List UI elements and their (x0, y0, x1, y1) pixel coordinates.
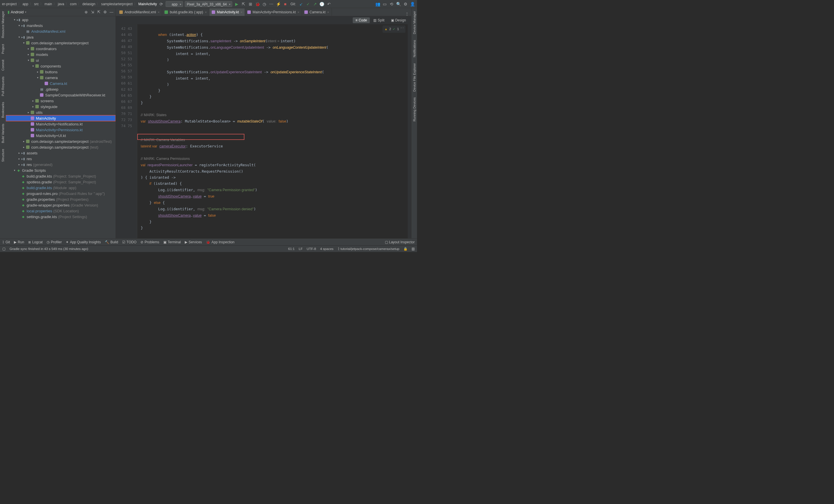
collapse-icon[interactable]: ⇲ (90, 10, 95, 15)
bottom-tool-tab[interactable]: 🐞App Inspection (206, 240, 234, 244)
disclosure-icon[interactable]: ▸ (31, 100, 35, 102)
tool-window-tab[interactable]: Running Devices (412, 95, 417, 123)
profile-icon[interactable]: ◷ (262, 1, 267, 7)
search-icon[interactable]: 🔍 (396, 1, 401, 7)
tree-node[interactable]: ▸buttons (6, 69, 115, 75)
disclosure-icon[interactable]: ▸ (36, 70, 39, 73)
project-tree[interactable]: ▾▸▮app▾▸▮manifests▤AndroidManifest.xml▾▸… (6, 16, 115, 238)
disclosure-icon[interactable]: ▸ (17, 157, 21, 160)
tree-node[interactable]: ▸▸▮res(generated) (6, 162, 115, 168)
breadcrumb-item[interactable]: src (33, 2, 40, 6)
tree-node[interactable]: ◆build.gradle.kts(Project: Sample_Projec… (6, 173, 115, 179)
tree-node[interactable]: ▾com.delasign.samplestarterproject (6, 40, 115, 46)
tree-node[interactable]: ▾ui (6, 57, 115, 63)
debug-icon[interactable]: 🐞 (255, 1, 260, 7)
close-icon[interactable]: × (327, 10, 329, 14)
lock-icon[interactable]: 🔒 (403, 247, 408, 251)
tree-node[interactable]: ▸coordinators (6, 46, 115, 51)
tool-window-tab[interactable]: Notifications (412, 38, 417, 59)
fold-column[interactable] (133, 24, 137, 238)
target-icon[interactable]: ⊕ (84, 10, 88, 15)
editor-tab[interactable]: AndroidManifest.xml× (117, 8, 162, 16)
disclosure-icon[interactable]: ▾ (27, 59, 30, 62)
stop-icon[interactable]: ■ (283, 1, 288, 7)
tool-window-tab[interactable]: Device File Explorer (412, 61, 417, 93)
bottom-tool-tab[interactable]: ☑TODO (122, 240, 136, 244)
disclosure-icon[interactable]: ▸ (31, 105, 35, 108)
revert-icon[interactable]: ↶ (326, 1, 332, 7)
tree-node[interactable]: ▾▸▮java (6, 34, 115, 40)
sync-project-icon[interactable]: ⟲ (389, 1, 394, 7)
line-separator[interactable]: LF (299, 247, 302, 250)
tree-node[interactable]: ▤.gitkeep (6, 86, 115, 92)
tree-node[interactable]: ▸▸▮assets (6, 150, 115, 156)
tool-window-tab[interactable]: Build Variants (1, 122, 5, 145)
tree-node[interactable]: ▸screens (6, 98, 115, 104)
disclosure-icon[interactable]: ▸ (27, 111, 30, 114)
gear-icon[interactable]: ⚙ (103, 10, 107, 15)
tree-node[interactable]: ▸models (6, 51, 115, 57)
device-manager-icon[interactable]: ▭ (382, 1, 387, 7)
tool-window-tab[interactable]: Resource Manager (1, 9, 5, 40)
breadcrumb-item[interactable]: app (22, 2, 29, 6)
bottom-tool-tab[interactable]: ≣Logcat (28, 240, 43, 244)
memory-indicator-icon[interactable]: ▥ (412, 247, 415, 251)
editor-tab[interactable]: Camera.kt× (302, 8, 332, 16)
account-icon[interactable]: 👤 (410, 1, 415, 7)
editor-tab[interactable]: MainActivity+Permissions.kt× (245, 8, 302, 16)
breadcrumb-item[interactable]: MainActivity (137, 2, 158, 6)
git-commit-icon[interactable]: ✓ (306, 1, 311, 7)
tree-node[interactable]: ▸styleguide (6, 104, 115, 109)
disclosure-icon[interactable]: ▾ (31, 65, 35, 67)
editor-tab[interactable]: build.gradle.kts (:app)× (162, 8, 210, 16)
tree-node[interactable]: ▾components (6, 63, 115, 69)
tree-node[interactable]: ▾▸▮manifests (6, 23, 115, 28)
device-select[interactable]: Pixel_3a_API_33_x86_64 (185, 1, 232, 7)
tool-window-tab[interactable]: Commit (1, 58, 5, 72)
disclosure-icon[interactable]: ▾ (17, 36, 21, 39)
tree-node[interactable]: ▸com.delasign.samplestarterproject(test) (6, 144, 115, 150)
tabs-menu-icon[interactable]: ⋮ (403, 12, 411, 16)
view-mode-split[interactable]: ▥ Split (370, 17, 387, 23)
tree-node[interactable]: ▤AndroidManifest.xml (6, 28, 115, 34)
bottom-tool-tab[interactable]: ▶Services (185, 240, 202, 244)
git-push-icon[interactable]: ↗ (312, 1, 318, 7)
history-icon[interactable]: 🕘 (320, 1, 325, 7)
breadcrumb-item[interactable]: com (69, 2, 78, 6)
disclosure-icon[interactable]: ▸ (22, 140, 25, 143)
close-icon[interactable]: × (205, 10, 207, 14)
more-run-icon[interactable]: ⋯ (269, 1, 274, 7)
coverage-icon[interactable]: ⊞ (248, 1, 253, 7)
tree-node[interactable]: ◆gradle-wrapper.properties(Gradle Versio… (6, 202, 115, 208)
tool-windows-icon[interactable]: ▢ (2, 247, 5, 251)
sync-icon[interactable]: ⟳ (159, 1, 164, 7)
code-content[interactable]: ▲2 ✓1 ˆ ˇ when (intent.action) { SystemN… (137, 24, 411, 238)
tool-window-tab[interactable]: Device Manager (412, 9, 417, 36)
tree-node[interactable]: ◆gradle.properties(Project Properties) (6, 196, 115, 202)
line-gutter[interactable]: 42 43 44 45 46 47 48 49 50 51 52 53 54 5… (116, 24, 133, 238)
apply-changes-icon[interactable]: ⚡ (276, 1, 281, 7)
disclosure-icon[interactable]: ▾ (22, 41, 25, 44)
disclosure-icon[interactable]: ▾ (36, 76, 39, 79)
run-config-select[interactable]: app (166, 1, 183, 7)
file-encoding[interactable]: UTF-8 (307, 247, 316, 250)
bottom-tool-tab[interactable]: ✦App Quality Insights (66, 240, 101, 244)
close-icon[interactable]: × (241, 10, 242, 14)
breadcrumb-item[interactable]: samplestarterproject (100, 2, 133, 6)
tool-window-tab[interactable]: Project (1, 42, 5, 56)
breadcrumb-item[interactable]: delasign (81, 2, 96, 6)
tool-window-tab[interactable]: Bookmarks (1, 100, 5, 119)
indent-setting[interactable]: 4 spaces (320, 247, 334, 250)
tree-node[interactable]: ▾camera (6, 75, 115, 81)
tree-node[interactable]: ▾◆Gradle Scripts (6, 168, 115, 173)
bottom-tool-tab[interactable]: ◷Profiler (47, 240, 62, 244)
hide-icon[interactable]: — (109, 10, 114, 15)
code-editor[interactable]: 42 43 44 45 46 47 48 49 50 51 52 53 54 5… (116, 24, 411, 238)
project-view-title[interactable]: Android (11, 10, 24, 14)
tree-node[interactable]: MainActivity+UI.kt (6, 133, 115, 138)
tree-node[interactable]: MainActivity+Permissions.kt (6, 127, 115, 133)
close-icon[interactable]: × (158, 10, 159, 14)
git-branch[interactable]: ᚱ tutorial/jetpack-compose/camerax/setup (338, 247, 399, 250)
git-pull-icon[interactable]: ↙ (299, 1, 304, 7)
tool-window-tab[interactable]: Structure (1, 147, 5, 163)
